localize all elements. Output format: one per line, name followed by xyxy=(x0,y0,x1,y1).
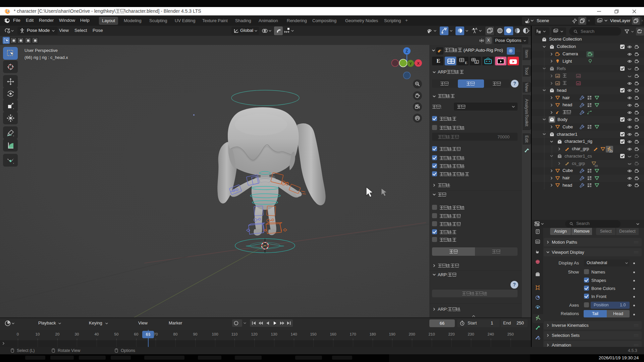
svg-text:E: E xyxy=(476,60,478,64)
svg-text:Y: Y xyxy=(409,62,412,66)
svg-text:E: E xyxy=(465,61,467,65)
svg-text:X: X xyxy=(417,61,420,65)
svg-text:E: E xyxy=(436,58,440,64)
svg-text:Z: Z xyxy=(406,49,408,54)
